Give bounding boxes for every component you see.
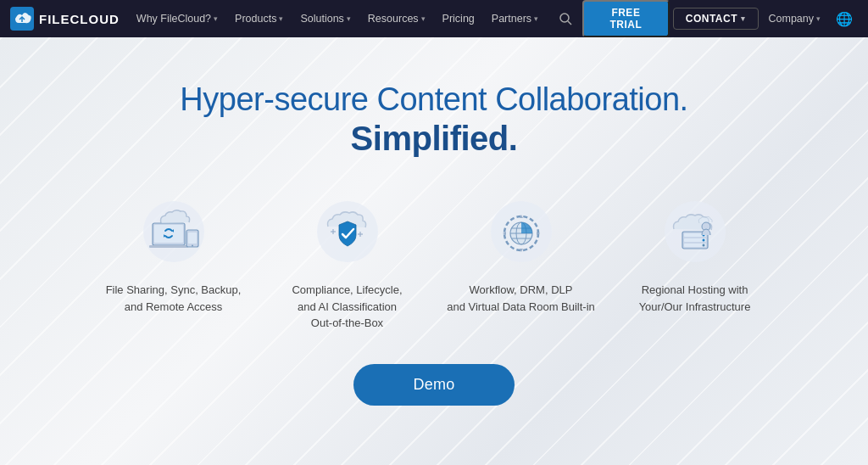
contact-button[interactable]: CONTACT ▾ [673, 8, 759, 30]
feature-compliance-label: Compliance, Lifecycle,and AI Classificat… [292, 282, 402, 332]
chevron-down-icon: ▾ [816, 14, 821, 23]
file-sharing-icon [136, 195, 212, 272]
nav-solutions[interactable]: Solutions ▾ [293, 0, 357, 37]
logo-text: FILECLOUD [39, 12, 120, 26]
hero-content: Hyper-secure Content Collaboration. Simp… [0, 37, 868, 406]
chevron-down-icon: ▾ [279, 14, 283, 23]
chevron-down-icon: ▾ [421, 14, 426, 23]
company-menu[interactable]: Company ▾ [762, 13, 828, 25]
feature-file-sharing: File Sharing, Sync, Backup,and Remote Ac… [99, 195, 248, 332]
free-trial-button[interactable]: FREE TRIAL [582, 0, 670, 37]
demo-button[interactable]: Demo [353, 364, 514, 406]
hero-section: Hyper-secure Content Collaboration. Simp… [0, 37, 868, 465]
feature-hosting: Regional Hosting withYour/Our Infrastruc… [620, 195, 769, 332]
svg-point-31 [702, 239, 704, 242]
chevron-down-icon: ▾ [741, 14, 746, 23]
hosting-icon [657, 195, 733, 272]
chevron-down-icon: ▾ [347, 14, 351, 23]
search-icon [559, 12, 572, 25]
feature-workflow: Workflow, DRM, DLPand Virtual Data Room … [447, 195, 595, 332]
svg-point-12 [192, 245, 193, 247]
language-selector[interactable]: 🌐 [831, 11, 858, 27]
svg-point-2 [560, 14, 569, 22]
nav-resources[interactable]: Resources ▾ [361, 0, 432, 37]
workflow-icon [483, 195, 559, 272]
nav-pricing[interactable]: Pricing [436, 0, 481, 37]
features-row: File Sharing, Sync, Backup,and Remote Ac… [65, 195, 803, 332]
nav-products[interactable]: Products ▾ [228, 0, 290, 37]
search-button[interactable] [552, 12, 579, 25]
svg-rect-9 [149, 245, 188, 248]
svg-line-3 [568, 21, 571, 25]
svg-rect-11 [188, 232, 197, 244]
logo[interactable]: FILECLOUD [10, 7, 120, 31]
feature-hosting-label: Regional Hosting withYour/Our Infrastruc… [639, 282, 751, 315]
compliance-icon [309, 195, 386, 272]
filecloud-logo-icon [10, 7, 34, 31]
feature-compliance: Compliance, Lifecycle,and AI Classificat… [273, 195, 421, 332]
nav-partners[interactable]: Partners ▾ [485, 0, 545, 37]
nav-why-filecloud[interactable]: Why FileCloud? ▾ [130, 0, 225, 37]
svg-point-32 [702, 244, 704, 247]
feature-file-sharing-label: File Sharing, Sync, Backup,and Remote Ac… [106, 282, 242, 315]
navbar: FILECLOUD Why FileCloud? ▾ Products ▾ So… [0, 0, 868, 37]
feature-workflow-label: Workflow, DRM, DLPand Virtual Data Room … [447, 282, 595, 315]
chevron-down-icon: ▾ [214, 14, 218, 23]
chevron-down-icon: ▾ [534, 14, 538, 23]
hero-headline: Hyper-secure Content Collaboration. Simp… [180, 81, 687, 158]
svg-rect-6 [154, 225, 183, 243]
